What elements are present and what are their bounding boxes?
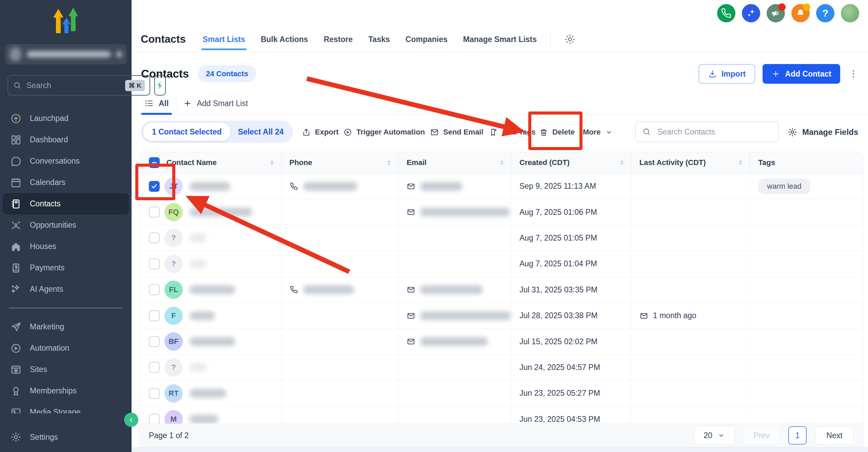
select-all-checkbox[interactable] [149,157,160,168]
cell-phone [281,303,399,328]
sidebar-item-conversations[interactable]: Conversations [0,150,132,172]
avatar: BF [164,332,183,351]
launchpad-icon [10,113,22,124]
sort-icon [268,159,276,166]
created-date: Jun 23, 2025 05:27 PM [519,389,600,398]
tab-bulk-actions[interactable]: Bulk Actions [261,28,308,50]
action-delete[interactable]: Delete [539,119,575,145]
row-checkbox[interactable] [149,232,160,243]
created-date: Aug 7, 2025 01:04 PM [519,259,597,268]
prev-page-button[interactable]: Prev [744,426,780,445]
current-page-button[interactable]: 1 [788,426,807,445]
notifications-button[interactable] [791,4,810,22]
search-contacts-box[interactable] [635,121,779,142]
sidebar-item-media-storage[interactable]: Media Storage [0,402,132,413]
sort-icon [618,159,626,166]
gear-icon [10,431,22,443]
action-label: Delete [552,128,575,137]
conversations-icon [10,156,22,167]
sidebar-search-input[interactable] [26,81,121,90]
tag-icon [489,128,498,137]
sidebar-item-contacts[interactable]: Contacts [3,193,129,214]
select-all-link[interactable]: Select All 24 [231,127,291,137]
sidebar-item-automation[interactable]: Automation [0,337,132,359]
redacted-contact-name [190,260,206,268]
action-more[interactable]: More [583,119,613,145]
sidebar-item-label: Automation [30,344,69,353]
sidebar-search[interactable]: ⌘ K [7,75,150,96]
sidebar-item-ai-agents[interactable]: AI Agents [0,279,132,300]
cell-tags [750,329,863,354]
sidebar-item-payments[interactable]: Payments [0,257,132,279]
sidebar-item-memberships[interactable]: Memberships [0,380,132,402]
table-header-row: Contact NamePhoneEmailCreated (CDT)Last … [139,152,863,173]
cell-tags [750,225,863,251]
column-header-tags: Tags [750,152,863,173]
selected-count-pill[interactable]: 1 Contact Selected [143,123,231,141]
announcements-button[interactable] [767,4,785,22]
row-checkbox[interactable] [149,310,160,321]
cell-phone [281,329,399,354]
sidebar-item-settings[interactable]: Settings [10,428,58,447]
more-options-kebab-button[interactable] [848,66,859,81]
row-checkbox[interactable] [149,181,160,192]
tab-tasks[interactable]: Tasks [368,28,390,50]
import-button[interactable]: Import [698,64,755,84]
add-contact-button[interactable]: Add Contact [763,64,840,84]
created-date: Jul 28, 2025 03:38 PM [519,311,597,320]
sidebar-item-sites[interactable]: Sites [0,359,132,380]
search-contacts-input[interactable] [657,127,772,137]
cell-last-activity [631,225,750,251]
row-checkbox[interactable] [149,207,160,218]
redacted-contact-name [190,415,218,424]
sidebar-item-opportunities[interactable]: Opportunities [0,214,132,236]
row-checkbox[interactable] [149,414,160,425]
tab-companies[interactable]: Companies [406,28,448,50]
header-settings-gear-icon[interactable] [564,34,576,45]
tab-smart-lists[interactable]: Smart Lists [203,28,245,50]
quick-actions-button[interactable] [154,75,166,96]
envelope-icon [407,311,415,320]
phone-button[interactable] [717,4,735,22]
avatar: F [164,307,183,325]
sidebar-item-marketing[interactable]: Marketing [0,316,132,337]
page-size-select[interactable]: 20 [694,426,735,445]
dashboard-icon [10,134,22,146]
sidebar-collapse-button[interactable] [124,413,138,427]
help-button[interactable]: ? [816,4,834,22]
action-trigger-automation[interactable]: Trigger Automation [343,119,425,145]
row-checkbox[interactable] [149,284,160,295]
row-checkbox[interactable] [149,388,160,399]
sidebar-item-label: Conversations [30,157,80,166]
row-checkbox[interactable] [149,362,160,373]
sidebar-item-label: Contacts [30,199,61,208]
ai-assistant-button[interactable] [742,4,760,22]
redacted-contact-name [190,208,252,217]
account-switcher[interactable] [5,44,127,64]
action-send-email[interactable]: Send Email [430,119,484,145]
created-date: Jun 23, 2025 04:53 PM [519,415,600,424]
add-smart-list-button[interactable]: Add Smart List [183,99,248,108]
payments-icon [10,262,22,274]
sidebar-item-launchpad[interactable]: Launchpad [0,108,132,129]
avatar: RT [164,384,183,403]
row-checkbox[interactable] [149,336,160,347]
ai-agents-icon [10,284,22,295]
tab-manage-smart-lists[interactable]: Manage Smart Lists [463,28,537,50]
profile-avatar[interactable] [841,4,859,22]
tab-restore[interactable]: Restore [324,28,353,50]
action-add-tags[interactable]: Add Tags [489,119,536,145]
next-page-button[interactable]: Next [815,426,853,445]
cell-last-activity: 1 month ago [631,303,750,328]
manage-fields-button[interactable]: Manage Fields [787,119,858,145]
redacted-email [420,337,488,346]
column-header-phone: Phone [281,152,399,173]
action-export[interactable]: Export [302,119,339,145]
row-checkbox[interactable] [149,259,160,269]
last-activity-text: 1 month ago [653,311,696,320]
cell-last-activity [631,199,750,225]
sidebar-item-houses[interactable]: Houses [0,236,132,257]
sidebar-item-dashboard[interactable]: Dashboard [0,129,132,150]
cell-last-activity [631,355,750,380]
sidebar-item-calendars[interactable]: Calendars [0,172,132,193]
